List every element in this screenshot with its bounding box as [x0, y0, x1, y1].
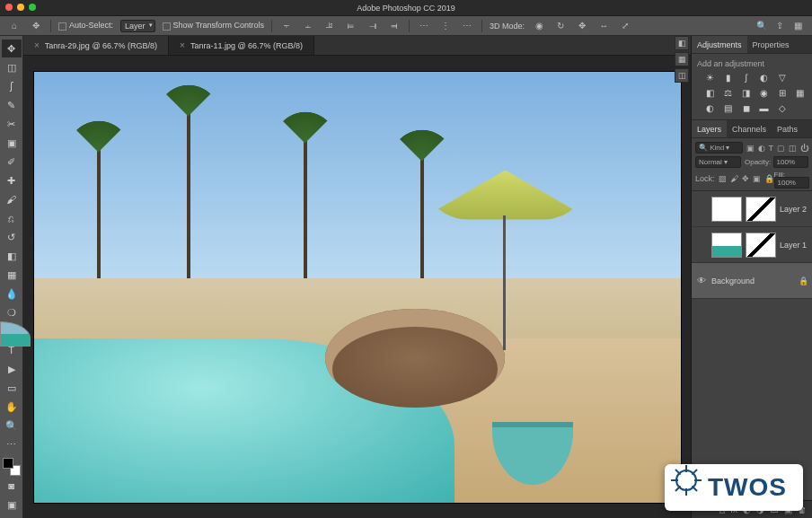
move-tool-icon[interactable]: ✥ [29, 19, 43, 33]
libraries-panel-icon[interactable]: ◫ [675, 68, 689, 83]
close-tab-icon[interactable]: × [180, 40, 185, 50]
fill-input[interactable]: 100% [774, 177, 809, 189]
3d-roll-icon[interactable]: ↻ [553, 19, 568, 33]
color-balance-icon[interactable]: ⚖ [722, 87, 734, 99]
close-window-button[interactable] [5, 4, 13, 11]
edit-toolbar[interactable]: ⋯ [2, 435, 22, 453]
align-top-icon[interactable]: ⫢ [344, 19, 358, 33]
screen-mode-toggle[interactable]: ▣ [2, 496, 22, 514]
workspace-icon[interactable]: ▦ [790, 19, 805, 33]
blur-tool[interactable]: 💧 [2, 285, 22, 303]
layer-thumbnail[interactable] [711, 197, 742, 222]
lock-artboard-icon[interactable]: ▣ [753, 174, 761, 183]
opacity-input[interactable]: 100% [773, 156, 808, 168]
photo-filter-icon[interactable]: ◉ [758, 87, 770, 99]
frame-tool[interactable]: ▣ [2, 134, 22, 152]
lock-all-icon[interactable]: 🔒 [764, 174, 774, 183]
auto-select-checkbox[interactable]: Auto-Select: [58, 21, 113, 30]
layer-row[interactable]: 👁 Background 🔒 [692, 263, 812, 299]
zoom-window-button[interactable] [29, 4, 36, 11]
eraser-tool[interactable]: ◧ [2, 247, 22, 265]
path-select-tool[interactable]: ▶ [2, 360, 22, 378]
3d-orbit-icon[interactable]: ◉ [532, 19, 546, 33]
distribute-v-icon[interactable]: ⋮ [438, 19, 453, 33]
tab-layers[interactable]: Layers [692, 120, 727, 137]
bw-icon[interactable]: ◨ [740, 87, 752, 99]
share-icon[interactable]: ⇪ [772, 19, 787, 33]
layer-filter-kind-select[interactable]: 🔍 Kind ▾ [695, 142, 743, 154]
healing-tool[interactable]: ✚ [2, 171, 22, 189]
selective-color-icon[interactable]: ◇ [776, 102, 788, 114]
lock-transparency-icon[interactable]: ▨ [719, 174, 727, 183]
filter-adjust-icon[interactable]: ◐ [758, 144, 765, 153]
filter-type-icon[interactable]: T [769, 144, 774, 153]
document-tab[interactable]: ×Tanra-11.jpg @ 66.7% (RGB/8) [169, 36, 314, 55]
layer-row[interactable]: Layer 2 [692, 191, 812, 227]
layer-name[interactable]: Background [711, 277, 795, 285]
close-tab-icon[interactable]: × [34, 40, 40, 50]
shape-tool[interactable]: ▭ [2, 379, 22, 397]
lock-pixels-icon[interactable]: 🖌 [730, 174, 738, 183]
lasso-tool[interactable]: ʃ [2, 77, 22, 95]
exposure-icon[interactable]: ◐ [758, 72, 770, 83]
layer-row[interactable]: Layer 1 [692, 227, 812, 263]
canvas[interactable] [23, 56, 691, 518]
filter-toggle-icon[interactable]: ⏻ [800, 144, 808, 153]
color-panel-icon[interactable]: ◧ [675, 36, 689, 50]
swatches-panel-icon[interactable]: ▦ [675, 52, 689, 66]
brightness-contrast-icon[interactable]: ☀ [704, 72, 716, 83]
posterize-icon[interactable]: ▤ [722, 102, 734, 114]
filter-pixel-icon[interactable]: ▣ [746, 144, 755, 153]
color-lookup-icon[interactable]: ▦ [794, 87, 806, 99]
search-icon[interactable]: 🔍 [755, 19, 769, 33]
auto-select-target-select[interactable]: Layer [120, 20, 155, 32]
layer-name[interactable]: Layer 1 [780, 241, 808, 250]
show-transform-checkbox[interactable]: Show Transform Controls [163, 21, 265, 30]
tab-adjustments[interactable]: Adjustments [692, 36, 747, 53]
dodge-tool[interactable]: ❍ [2, 303, 22, 321]
tab-channels[interactable]: Channels [727, 120, 772, 137]
layer-mask-thumbnail[interactable] [746, 197, 776, 222]
3d-pan-icon[interactable]: ✥ [575, 19, 589, 33]
invert-icon[interactable]: ◐ [704, 102, 716, 114]
eyedropper-tool[interactable]: ✐ [2, 153, 22, 171]
align-bottom-icon[interactable]: ⫤ [387, 19, 402, 33]
quick-mask-toggle[interactable]: ◙ [2, 477, 22, 495]
curves-icon[interactable]: ∫ [740, 72, 752, 83]
align-right-icon[interactable]: ⫡ [322, 19, 337, 33]
align-left-icon[interactable]: ⫟ [279, 19, 294, 33]
crop-tool[interactable]: ✂ [2, 115, 22, 133]
home-icon[interactable]: ⌂ [7, 19, 22, 33]
3d-slide-icon[interactable]: ↔ [596, 19, 611, 33]
history-brush-tool[interactable]: ↺ [2, 228, 22, 246]
quick-select-tool[interactable]: ✎ [2, 96, 22, 114]
channel-mixer-icon[interactable]: ⊞ [776, 87, 788, 99]
filter-smart-icon[interactable]: ◫ [789, 144, 797, 153]
layer-name[interactable]: Layer 2 [780, 205, 808, 214]
hand-tool[interactable]: ✋ [2, 398, 22, 416]
tab-properties[interactable]: Properties [747, 36, 795, 53]
threshold-icon[interactable]: ◼ [740, 102, 752, 114]
foreground-background-colors[interactable] [3, 458, 21, 476]
distribute-h-icon[interactable]: ⋯ [417, 19, 431, 33]
visibility-toggle[interactable]: 👁 [695, 276, 708, 285]
more-align-icon[interactable]: ⋯ [460, 19, 474, 33]
layer-thumbnail[interactable] [711, 233, 742, 258]
gradient-map-icon[interactable]: ▬ [758, 102, 770, 114]
tab-paths[interactable]: Paths [772, 120, 803, 137]
3d-scale-icon[interactable]: ⤢ [618, 19, 632, 33]
hue-sat-icon[interactable]: ◧ [704, 87, 716, 99]
brush-tool[interactable]: 🖌 [2, 190, 22, 208]
minimize-window-button[interactable] [17, 4, 24, 11]
gradient-tool[interactable]: ▦ [2, 266, 22, 284]
blend-mode-select[interactable]: Normal ▾ [695, 156, 741, 168]
lock-position-icon[interactable]: ✥ [742, 174, 749, 183]
levels-icon[interactable]: ▮ [722, 72, 734, 83]
marquee-tool[interactable]: ◫ [2, 58, 22, 76]
filter-shape-icon[interactable]: ▢ [777, 144, 785, 153]
zoom-tool[interactable]: 🔍 [2, 417, 22, 435]
vibrance-icon[interactable]: ▽ [776, 72, 788, 83]
move-tool[interactable]: ✥ [2, 40, 22, 57]
clone-tool[interactable]: ⎌ [2, 209, 22, 227]
align-center-h-icon[interactable]: ⫠ [301, 19, 315, 33]
